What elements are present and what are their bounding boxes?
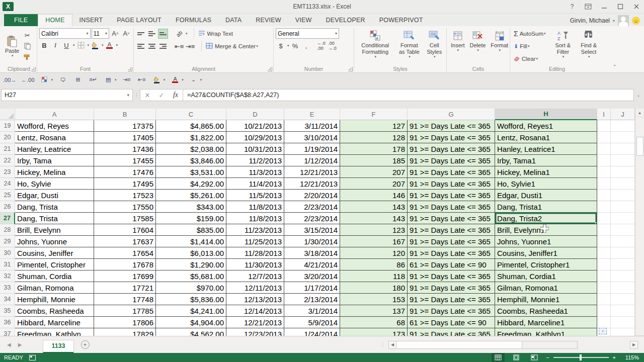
cell-H23[interactable]: Hickey, Melina1 xyxy=(495,166,597,178)
cell-D29[interactable]: 11/25/2013 xyxy=(226,236,284,247)
cell-F36[interactable]: 68 xyxy=(340,317,408,328)
cell-G37[interactable]: 91 >= Days Late <= 365 xyxy=(408,328,495,336)
macro-record-icon[interactable] xyxy=(29,355,36,360)
row-header-20[interactable]: 20 xyxy=(0,132,15,143)
row-header-22[interactable]: 22 xyxy=(0,155,15,166)
underline-button[interactable]: U xyxy=(61,40,71,50)
cell-E30[interactable]: 3/18/2014 xyxy=(284,247,340,259)
cell-C27[interactable]: $159.00 xyxy=(156,213,226,224)
cell-F24[interactable]: 207 xyxy=(340,178,408,190)
row-header-19[interactable]: 19 xyxy=(0,120,15,132)
cell-A19[interactable]: Wofford, Reyes xyxy=(15,120,94,132)
align-center-icon[interactable] xyxy=(147,41,157,51)
cell-H27[interactable]: Dang, Trista2 xyxy=(495,213,597,224)
cell-J26[interactable] xyxy=(611,201,635,213)
cell-J29[interactable] xyxy=(611,236,635,247)
cell-D32[interactable]: 12/7/2013 xyxy=(226,270,284,282)
cell-E25[interactable]: 2/20/2014 xyxy=(284,190,340,201)
cell-F19[interactable]: 127 xyxy=(340,120,408,132)
ribbon-tab-review[interactable]: REVIEW xyxy=(249,15,288,26)
row-header-32[interactable]: 32 xyxy=(0,270,15,282)
decrease-indent-icon[interactable]: ⇤≡ xyxy=(174,41,184,51)
insert-cells-button[interactable]: Insert▾ xyxy=(449,28,467,53)
font-name-combo[interactable]: Calibri▾ xyxy=(39,28,91,39)
cell-A37[interactable]: Freedman, Kathlyn xyxy=(15,328,94,336)
cell-E19[interactable]: 3/11/2014 xyxy=(284,120,340,132)
cell-B20[interactable]: 17405 xyxy=(94,132,156,143)
borders-button[interactable] xyxy=(76,40,86,50)
cell-H25[interactable]: Edgar, Dusti1 xyxy=(495,190,597,201)
cell-I21[interactable] xyxy=(597,143,611,155)
delete-cells-button[interactable]: Delete▾ xyxy=(468,28,488,53)
cell-J34[interactable] xyxy=(611,294,635,305)
autosum-button[interactable]: ΣAutoSum▾ xyxy=(512,28,547,39)
cell-F30[interactable]: 120 xyxy=(340,247,408,259)
cell-A31[interactable]: Pimentel, Cristopher xyxy=(15,259,94,270)
page-layout-view-icon[interactable] xyxy=(510,353,523,362)
zoom-slider[interactable] xyxy=(553,357,609,358)
scroll-up-icon[interactable]: ▲ xyxy=(635,109,644,117)
number-dialog-launcher[interactable] xyxy=(348,67,353,71)
cell-F28[interactable]: 123 xyxy=(340,224,408,236)
sort-filter-button[interactable]: AZ Sort & Filter▾ xyxy=(551,28,575,60)
cell-G25[interactable]: 91 >= Days Late <= 365 xyxy=(408,190,495,201)
help-icon[interactable]: ? xyxy=(565,1,580,12)
cell-C35[interactable]: $4,241.00 xyxy=(156,305,226,317)
row-header-29[interactable]: 29 xyxy=(0,236,15,247)
cell-B30[interactable]: 17654 xyxy=(94,247,156,259)
cell-J25[interactable] xyxy=(611,190,635,201)
cell-D21[interactable]: 10/31/2013 xyxy=(226,143,284,155)
cell-H34[interactable]: Hemphill, Monnie1 xyxy=(495,294,597,305)
close-icon[interactable] xyxy=(629,1,644,12)
cell-A30[interactable]: Cousins, Jeniffer xyxy=(15,247,94,259)
cell-G32[interactable]: 91 >= Days Late <= 365 xyxy=(408,270,495,282)
cell-I28[interactable] xyxy=(597,224,611,236)
cell-B37[interactable]: 17829 xyxy=(94,328,156,336)
vertical-scroll-thumb[interactable] xyxy=(636,137,643,156)
cell-I32[interactable] xyxy=(597,270,611,282)
decrease-decimal-icon[interactable]: .00→.0 xyxy=(328,41,338,51)
cell-D27[interactable]: 11/8/2013 xyxy=(226,213,284,224)
row-header-27[interactable]: 27 xyxy=(0,213,15,224)
cell-B34[interactable]: 17748 xyxy=(94,294,156,305)
increase-decimal-icon[interactable]: ←.00 xyxy=(21,75,34,85)
cell-A26[interactable]: Dang, Trista xyxy=(15,201,94,213)
font-color-button[interactable]: A xyxy=(105,40,115,50)
cell-I36[interactable] xyxy=(597,317,611,328)
cell-B26[interactable]: 17550 xyxy=(94,201,156,213)
cell-H19[interactable]: Wofford, Reyes1 xyxy=(495,120,597,132)
cell-C21[interactable]: $2,038.00 xyxy=(156,143,226,155)
row-header-34[interactable]: 34 xyxy=(0,294,15,305)
cell-F23[interactable]: 207 xyxy=(340,166,408,178)
cell-E29[interactable]: 1/30/2014 xyxy=(284,236,340,247)
cell-E34[interactable]: 2/13/2014 xyxy=(284,294,340,305)
row-header-21[interactable]: 21 xyxy=(0,143,15,155)
wrap-text-icon[interactable]: ≡↵ xyxy=(88,75,98,85)
row-header-33[interactable]: 33 xyxy=(0,282,15,294)
cell-E23[interactable]: 12/21/2013 xyxy=(284,166,340,178)
cell-E31[interactable]: 4/21/2014 xyxy=(284,259,340,270)
format-painter-icon[interactable] xyxy=(22,52,32,62)
row-header-31[interactable]: 31 xyxy=(0,259,15,270)
column-header-B[interactable]: B xyxy=(94,109,156,120)
cell-F33[interactable]: 180 xyxy=(340,282,408,294)
increase-indent-icon[interactable]: ⇥≡ xyxy=(122,75,132,85)
cell-E21[interactable]: 1/19/2014 xyxy=(284,143,340,155)
cell-G29[interactable]: 91 >= Days Late <= 365 xyxy=(408,236,495,247)
scroll-right-icon[interactable]: ▶ xyxy=(630,341,638,349)
cell-J23[interactable] xyxy=(611,166,635,178)
middle-align-icon[interactable] xyxy=(147,29,157,39)
cell-A23[interactable]: Hickey, Melina xyxy=(15,166,94,178)
cell-D31[interactable]: 11/30/2013 xyxy=(226,259,284,270)
cell-D23[interactable]: 11/3/2013 xyxy=(226,166,284,178)
cell-D35[interactable]: 12/14/2013 xyxy=(226,305,284,317)
cell-E35[interactable]: 3/1/2014 xyxy=(284,305,340,317)
cell-A34[interactable]: Hemphill, Monnie xyxy=(15,294,94,305)
cell-J21[interactable] xyxy=(611,143,635,155)
cell-E32[interactable]: 3/20/2014 xyxy=(284,270,340,282)
cell-F31[interactable]: 86 xyxy=(340,259,408,270)
cell-J27[interactable] xyxy=(611,213,635,224)
name-box[interactable]: H27 ▾ xyxy=(1,89,133,101)
cell-B32[interactable]: 17699 xyxy=(94,270,156,282)
cell-C33[interactable]: $970.00 xyxy=(156,282,226,294)
